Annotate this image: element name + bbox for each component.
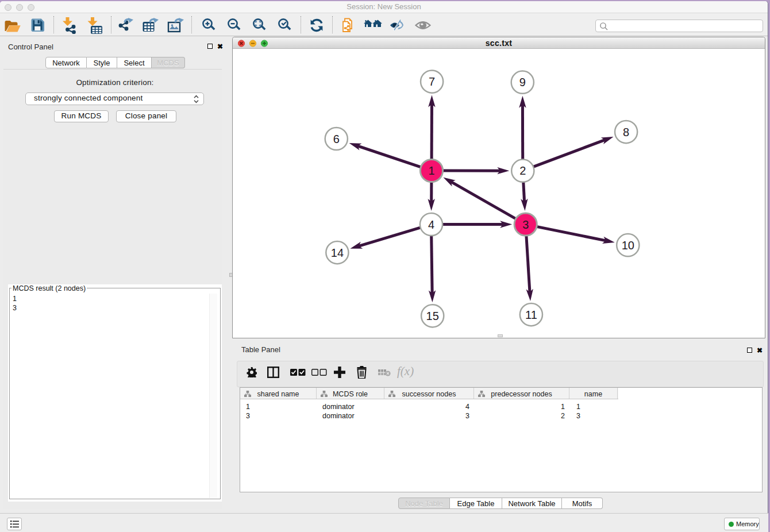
svg-text:8: 8 [623, 126, 629, 138]
svg-text:9: 9 [519, 76, 526, 88]
svg-text:11: 11 [525, 309, 537, 321]
svg-text:6: 6 [333, 133, 340, 145]
svg-text:10: 10 [622, 239, 634, 252]
svg-text:2: 2 [519, 164, 526, 177]
svg-text:15: 15 [426, 310, 439, 322]
svg-text:1: 1 [428, 164, 434, 177]
svg-text:3: 3 [522, 218, 529, 231]
svg-text:4: 4 [428, 218, 434, 231]
svg-text:14: 14 [331, 246, 344, 259]
svg-text:7: 7 [429, 75, 435, 88]
